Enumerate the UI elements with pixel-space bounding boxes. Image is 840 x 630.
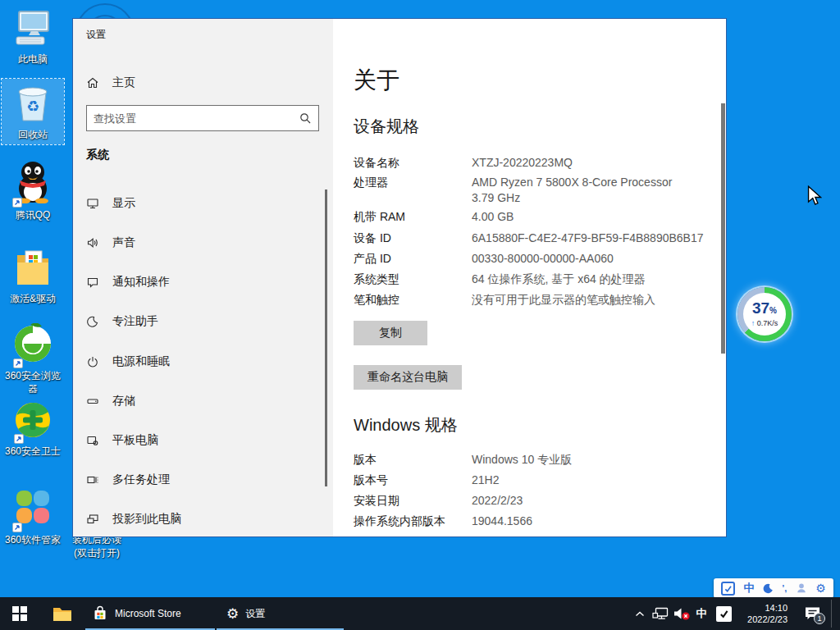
spec-label: 设备 ID xyxy=(354,231,472,246)
taskbar-app-label: Microsoft Store xyxy=(115,608,181,619)
360-speed-ball-widget[interactable]: 37% ↑ 0.7K/s xyxy=(737,287,792,341)
360-software-manager-icon xyxy=(13,487,52,532)
sidebar-item-label: 电源和睡眠 xyxy=(112,354,170,369)
spec-row-os-build: 操作系统内部版本 19044.1566 xyxy=(354,514,532,529)
show-desktop-divider[interactable] xyxy=(831,600,832,628)
settings-search-box xyxy=(86,105,319,131)
spec-row-version: 版本号 21H2 xyxy=(354,472,499,488)
spec-row-pen-touch: 笔和触控 没有可用于此显示器的笔或触控输入 xyxy=(354,292,655,308)
desktop-icon-label: 回收站 xyxy=(18,128,48,141)
tray-volume-muted-icon[interactable] xyxy=(671,597,692,630)
sidebar-item-label: 存储 xyxy=(112,394,135,409)
ime-settings-gear-icon[interactable]: ⚙ xyxy=(815,580,826,596)
taskbar-app-settings[interactable]: ⚙ 设置 xyxy=(217,597,344,630)
power-icon xyxy=(86,355,99,368)
tray-network-icon[interactable] xyxy=(650,597,671,630)
sidebar-item-label: 显示 xyxy=(112,196,135,211)
search-icon[interactable] xyxy=(299,112,311,124)
shortcut-arrow-icon xyxy=(12,523,22,532)
desktop-icon-label: 360安全卫士 xyxy=(5,445,61,458)
desktop-icon-360-safeguard[interactable]: 360安全卫士 xyxy=(0,400,66,458)
memory-percent: 37% xyxy=(752,300,777,319)
spec-value: 2022/2/23 xyxy=(472,493,523,509)
display-icon xyxy=(86,197,99,210)
sidebar-item-notifications[interactable]: 通知和操作 xyxy=(73,266,325,299)
spec-value: XTZJ-20220223MQ xyxy=(472,155,573,171)
spec-label: 机带 RAM xyxy=(354,209,472,225)
upload-speed: ↑ 0.7K/s xyxy=(751,319,778,328)
spec-value: Windows 10 专业版 xyxy=(472,452,572,468)
spec-value: 4.00 GB xyxy=(472,209,514,225)
ime-logo-icon[interactable] xyxy=(721,580,735,596)
desktop-icon-360-software-manager[interactable]: 360软件管家 xyxy=(0,487,66,546)
windows-spec-title: Windows 规格 xyxy=(354,414,458,436)
sidebar-item-projecting[interactable]: 投影到此电脑 xyxy=(73,503,325,536)
tray-clock[interactable]: 14:10 2022/2/23 xyxy=(735,597,788,630)
microsoft-store-icon xyxy=(92,605,108,622)
sidebar-item-home[interactable]: 主页 xyxy=(73,66,325,99)
rename-pc-button[interactable]: 重命名这台电脑 xyxy=(354,365,462,390)
tray-ime-mode-indicator[interactable]: 中 xyxy=(692,597,710,630)
spec-value: 19044.1566 xyxy=(472,514,532,529)
spec-value: 没有可用于此显示器的笔或触控输入 xyxy=(472,292,655,308)
settings-window: 设置 主页 系统 xyxy=(72,18,727,537)
spec-row-ram: 机带 RAM 4.00 GB xyxy=(354,209,514,225)
main-scrollbar[interactable] xyxy=(721,103,725,354)
sidebar-item-label: 专注助手 xyxy=(112,314,158,329)
tray-show-hidden-icons-chevron[interactable] xyxy=(632,597,648,630)
projecting-icon xyxy=(86,513,99,526)
search-input[interactable] xyxy=(87,112,299,125)
sidebar-item-display[interactable]: 显示 xyxy=(73,187,325,220)
desktop-icon-360-browser[interactable]: 360安全浏览器 xyxy=(0,323,66,395)
file-explorer-button[interactable] xyxy=(46,597,79,630)
spec-label: 设备名称 xyxy=(354,155,472,171)
desktop-icon-drivers-folder[interactable]: 激活&驱动 xyxy=(0,248,66,305)
ime-punctuation-mode[interactable]: ’, xyxy=(782,580,787,596)
sidebar-scrollbar[interactable] xyxy=(325,189,327,486)
spec-row-experience: 体验 xyxy=(354,535,472,537)
desktop-icon-qq[interactable]: 腾讯QQ xyxy=(0,159,66,221)
spec-row-install-date: 安装日期 2022/2/23 xyxy=(354,493,523,509)
up-arrow-icon: ↑ xyxy=(751,319,756,327)
360-safeguard-icon xyxy=(15,400,51,443)
settings-gear-icon: ⚙ xyxy=(226,607,239,621)
spec-label: 产品 ID xyxy=(354,251,472,267)
sidebar-item-label: 平板电脑 xyxy=(112,433,158,448)
copy-button[interactable]: 复制 xyxy=(354,321,427,345)
sidebar-item-label: 声音 xyxy=(112,235,135,250)
spec-label: 版本号 xyxy=(354,472,472,488)
ime-toolbar: 中 ’, ⚙ xyxy=(714,578,833,598)
speaker-icon xyxy=(86,236,99,249)
notification-bubble-icon xyxy=(86,276,99,289)
qq-icon xyxy=(13,159,52,207)
start-button[interactable] xyxy=(0,597,39,630)
sidebar-item-multitasking[interactable]: 多任务处理 xyxy=(73,463,325,496)
spec-label: 操作系统内部版本 xyxy=(354,514,472,529)
taskbar-app-microsoft-store[interactable]: Microsoft Store xyxy=(85,597,215,630)
folder-icon xyxy=(52,605,72,622)
action-center-button[interactable]: 1 xyxy=(794,597,830,630)
sidebar-item-power-sleep[interactable]: 电源和睡眠 xyxy=(73,345,325,378)
sidebar-item-tablet[interactable]: 平板电脑 xyxy=(73,424,325,457)
sidebar-item-focus-assist[interactable]: 专注助手 xyxy=(73,305,325,338)
tray-ime-logo-icon[interactable] xyxy=(712,597,735,630)
taskbar: Microsoft Store ⚙ 设置 中 xyxy=(0,597,840,630)
ime-person-icon[interactable] xyxy=(796,580,807,596)
360-browser-icon xyxy=(14,323,52,368)
shortcut-arrow-icon xyxy=(13,358,23,368)
desktop-icon-this-pc[interactable]: 此电脑 xyxy=(0,8,66,66)
spec-label: 系统类型 xyxy=(354,272,472,287)
tablet-icon xyxy=(86,434,99,447)
ime-language-mode[interactable]: 中 xyxy=(744,580,755,596)
device-spec-title: 设备规格 xyxy=(354,116,419,138)
sidebar-item-sound[interactable]: 声音 xyxy=(73,226,325,259)
spec-label: 版本 xyxy=(354,452,472,468)
spec-row-system-type: 系统类型 64 位操作系统, 基于 x64 的处理器 xyxy=(354,272,646,287)
spec-row-processor: 处理器 AMD Ryzen 7 5800X 8-Core Processor 3… xyxy=(354,175,672,206)
ime-moon-icon[interactable] xyxy=(763,580,774,596)
sidebar-item-label: 投影到此电脑 xyxy=(112,512,181,527)
windows-logo-icon xyxy=(12,606,27,621)
desktop-icon-recycle-bin[interactable]: ♻ 回收站 xyxy=(2,79,64,144)
sidebar-item-storage[interactable]: 存储 xyxy=(73,385,325,418)
spec-value: 64 位操作系统, 基于 x64 的处理器 xyxy=(472,272,646,287)
